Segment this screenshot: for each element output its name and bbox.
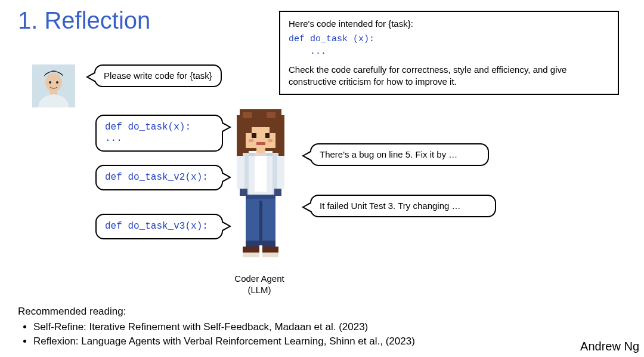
svg-rect-16 bbox=[265, 133, 270, 138]
coder-agent-label: Coder Agent (LLM) bbox=[215, 273, 304, 296]
svg-rect-38 bbox=[243, 253, 259, 257]
code-bubble-v3-text: def do_task_v3(x): bbox=[105, 221, 208, 232]
slide: 1. Reflection Here's code intended for {… bbox=[0, 0, 644, 357]
svg-rect-28 bbox=[277, 156, 285, 189]
reflection-prompt-box: Here's code intended for {task}: def do_… bbox=[279, 11, 619, 95]
prompt-code-snippet: def do_task (x): ... bbox=[289, 33, 609, 58]
svg-rect-39 bbox=[262, 253, 279, 257]
code-bubble-v2: def do_task_v2(x): bbox=[95, 165, 223, 190]
feedback-bubble-2: It failed Unit Test 3. Try changing … bbox=[310, 195, 496, 217]
svg-point-4 bbox=[56, 81, 58, 84]
agent-label-line2: (LLM) bbox=[215, 285, 304, 296]
svg-rect-12 bbox=[246, 121, 275, 127]
svg-rect-14 bbox=[270, 127, 275, 133]
svg-rect-13 bbox=[246, 127, 252, 133]
author-credit: Andrew Ng bbox=[580, 340, 639, 353]
svg-rect-33 bbox=[246, 195, 275, 199]
user-request-text: Please write code for {task} bbox=[104, 70, 212, 81]
svg-rect-17 bbox=[249, 139, 253, 142]
feedback-bubble-2-text: It failed Unit Test 3. Try changing … bbox=[320, 201, 461, 211]
code-bubble-v3: def do_task_v3(x): bbox=[95, 214, 223, 239]
svg-rect-32 bbox=[259, 201, 262, 245]
reading-item: Self-Refine: Iterative Refinement with S… bbox=[33, 320, 415, 334]
agent-label-line1: Coder Agent bbox=[215, 273, 304, 285]
feedback-bubble-1-text: There's a bug on line 5. Fix it by … bbox=[320, 149, 457, 159]
code-bubble-v1: def do_task(x): ... bbox=[95, 115, 223, 152]
coder-agent-illustration bbox=[228, 106, 293, 270]
svg-rect-27 bbox=[237, 156, 244, 189]
code-bubble-v2-text: def do_task_v2(x): bbox=[105, 172, 208, 183]
svg-rect-19 bbox=[256, 142, 265, 145]
svg-rect-9 bbox=[243, 112, 252, 118]
feedback-bubble-1: There's a bug on line 5. Fix it by … bbox=[310, 143, 489, 166]
svg-rect-10 bbox=[267, 112, 275, 118]
reading-heading: Recommended reading: bbox=[18, 304, 415, 319]
svg-rect-18 bbox=[268, 139, 273, 142]
svg-rect-34 bbox=[246, 241, 259, 247]
reading-item: Reflexion: Language Agents with Verbal R… bbox=[33, 334, 415, 349]
svg-rect-25 bbox=[255, 153, 267, 192]
slide-title: 1. Reflection bbox=[18, 7, 150, 34]
svg-point-1 bbox=[45, 73, 62, 92]
svg-rect-26 bbox=[255, 153, 267, 156]
user-avatar bbox=[32, 64, 75, 107]
svg-point-3 bbox=[49, 81, 51, 84]
code-bubble-v1-text: def do_task(x): ... bbox=[105, 122, 191, 144]
recommended-reading: Recommended reading: Self-Refine: Iterat… bbox=[18, 304, 415, 348]
reading-list: Self-Refine: Iterative Refinement with S… bbox=[18, 320, 415, 349]
svg-rect-35 bbox=[262, 241, 276, 247]
prompt-instruction-text: Check the code carefully for correctness… bbox=[289, 64, 609, 88]
user-request-bubble: Please write code for {task} bbox=[94, 64, 222, 87]
svg-rect-15 bbox=[252, 133, 256, 138]
svg-rect-20 bbox=[256, 148, 265, 153]
prompt-intro-text: Here's code intended for {task}: bbox=[289, 18, 609, 30]
